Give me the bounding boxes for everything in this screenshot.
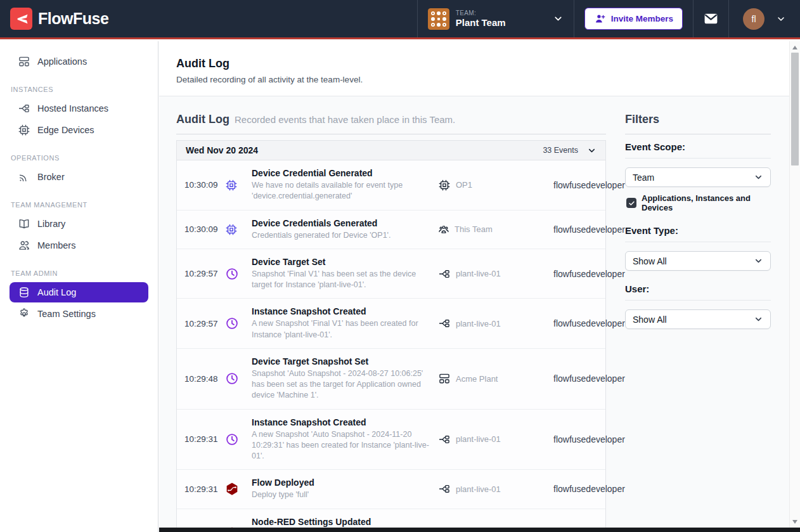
chevron-down-icon xyxy=(553,13,564,24)
invite-members-button[interactable]: Invite Members xyxy=(584,8,683,30)
clock-icon xyxy=(225,316,239,330)
user-filter-value: Show All xyxy=(633,315,667,325)
event-scope: plant-live-01 xyxy=(438,483,553,495)
event-description: Credentials generated for Device 'OP1'. xyxy=(252,230,430,241)
sidebar-item-audit-log[interactable]: Audit Log xyxy=(10,282,148,302)
group-date: Wed Nov 20 2024 xyxy=(186,145,258,155)
top-navbar: FlowFuse TEAM xyxy=(0,0,800,39)
event-time: 10:29:31 xyxy=(184,434,225,444)
clock-icon xyxy=(225,267,239,281)
filter-label-user: User: xyxy=(625,283,771,301)
database-icon xyxy=(18,286,30,299)
event-scope: OP1 xyxy=(438,179,553,191)
brand-name: FlowFuse xyxy=(38,10,108,28)
applications-icon xyxy=(18,55,30,68)
audit-date-group-header[interactable]: Wed Nov 20 2024 33 Events xyxy=(177,141,605,160)
scope-include-checkbox-row[interactable]: Applications, Instances and Devices xyxy=(626,193,771,212)
filter-label-event-type: Event Type: xyxy=(625,225,771,242)
flowfuse-logo-icon xyxy=(10,8,32,30)
audit-table: Wed Nov 20 2024 33 Events 10:30:09 Devic… xyxy=(176,140,606,532)
sidebar-section-label: TEAM MANAGEMENT xyxy=(11,201,158,209)
navbar-right: TEAM: Plant Team Invite Members xyxy=(417,0,800,37)
clock-icon xyxy=(225,432,239,446)
sidebar-item-members[interactable]: Members xyxy=(0,235,158,256)
sidebar-item-library[interactable]: Library xyxy=(0,214,158,234)
team-name: Plant Team xyxy=(456,17,506,28)
team-icon xyxy=(438,224,449,235)
sidebar-item-hosted-instances[interactable]: Hosted Instances xyxy=(0,98,158,119)
page-title: Audit Log xyxy=(176,57,789,70)
vertical-scrollbar[interactable] xyxy=(789,41,800,532)
event-scope-label: plant-live-01 xyxy=(456,434,501,444)
event-title: Node-RED Settings Updated xyxy=(252,517,430,527)
sidebar-item-label: Library xyxy=(37,219,65,229)
user-select[interactable]: Show All xyxy=(625,309,771,329)
sidebar-item-label: Edge Devices xyxy=(37,125,94,135)
sidebar-item-label: Audit Log xyxy=(37,287,76,297)
scroll-down-arrow-icon[interactable] xyxy=(792,520,797,524)
brand[interactable]: FlowFuse xyxy=(0,0,119,37)
team-selector[interactable]: TEAM: Plant Team xyxy=(417,0,574,37)
group-event-count: 33 Events xyxy=(543,146,578,155)
filters-panel: Filters Event Scope: Team Applications, … xyxy=(625,113,771,532)
audit-event-row[interactable]: 10:29:31 Instance Snapshot Created A new… xyxy=(177,410,605,470)
audit-event-row[interactable]: 10:29:57 Instance Snapshot Created A new… xyxy=(177,299,605,349)
audit-event-row[interactable]: 10:30:09 Device Credential Generated We … xyxy=(177,160,605,211)
user-menu[interactable]: fl xyxy=(728,0,800,37)
audit-event-row[interactable]: 10:29:31 Flow Deployed Deploy type 'full… xyxy=(177,470,605,509)
sidebar-item-edge-devices[interactable]: Edge Devices xyxy=(0,120,158,140)
event-scope-label: plant-live-01 xyxy=(456,319,501,328)
event-title: Flow Deployed xyxy=(252,477,430,488)
broker-icon xyxy=(18,171,30,183)
cpu-chip-icon xyxy=(438,179,451,191)
cpu-chip-icon xyxy=(225,179,238,191)
viewport-bottom-edge xyxy=(159,528,800,532)
event-scope-label: OP1 xyxy=(456,180,472,190)
user-add-icon xyxy=(594,13,606,25)
scroll-up-arrow-icon[interactable] xyxy=(792,46,797,49)
invite-members-label: Invite Members xyxy=(611,14,673,23)
event-description: A new Snapshot 'Auto Snapshot - 2024-11-… xyxy=(252,429,430,462)
sidebar-section-label: OPERATIONS xyxy=(11,154,158,162)
checkbox-label: Applications, Instances and Devices xyxy=(642,193,771,212)
audit-event-row[interactable]: 10:30:09 Device Credentials Generated Cr… xyxy=(177,211,605,249)
event-scope-label: plant-live-01 xyxy=(456,484,501,494)
event-time: 10:29:57 xyxy=(184,269,225,278)
event-description: A new Snapshot 'Final V1' has been creat… xyxy=(252,318,430,341)
event-description: Snapshot 'Auto Snapshot - 2024-08-27 10:… xyxy=(252,368,430,401)
event-scope-select[interactable]: Team xyxy=(625,167,771,187)
pipeline-icon xyxy=(438,433,451,446)
event-scope: plant-live-01 xyxy=(438,268,553,280)
event-title: Device Target Snapshot Set xyxy=(252,356,430,367)
gear-icon xyxy=(18,308,30,320)
event-title: Instance Snapshot Created xyxy=(252,306,430,316)
checkbox-checked-icon[interactable] xyxy=(626,198,636,208)
applications-icon xyxy=(438,372,451,385)
event-type-select[interactable]: Show All xyxy=(625,251,771,271)
event-time: 10:29:31 xyxy=(184,484,225,494)
event-time: 10:29:57 xyxy=(184,319,225,328)
event-scope: plant-live-01 xyxy=(438,317,553,330)
notifications-button[interactable] xyxy=(693,0,728,37)
filters-title: Filters xyxy=(625,113,659,126)
sidebar-item-label: Hosted Instances xyxy=(37,103,108,114)
event-title: Device Target Set xyxy=(252,257,430,267)
sidebar-item-applications[interactable]: Applications xyxy=(0,51,158,72)
event-description: We have no details available for event t… xyxy=(252,180,430,202)
sidebar-item-broker[interactable]: Broker xyxy=(0,167,158,187)
event-user: flowfusedeveloper xyxy=(553,224,625,235)
audit-event-row[interactable]: 10:29:57 Device Target Set Snapshot 'Fin… xyxy=(177,249,605,299)
page-header: Audit Log Detailed recording of all acti… xyxy=(159,41,789,96)
event-title: Device Credential Generated xyxy=(252,168,430,178)
event-time: 10:30:09 xyxy=(184,180,225,190)
user-avatar: fl xyxy=(743,8,765,30)
event-scope-value: Team xyxy=(633,172,654,183)
clock-icon xyxy=(225,372,239,386)
team-label: TEAM: xyxy=(456,10,506,17)
audit-event-row[interactable]: 10:29:48 Device Target Snapshot Set Snap… xyxy=(177,349,605,410)
sidebar-item-team-settings[interactable]: Team Settings xyxy=(0,304,158,324)
scrollbar-thumb[interactable] xyxy=(791,53,799,165)
sidebar-section-label: INSTANCES xyxy=(11,86,158,93)
node-red-icon xyxy=(225,482,239,496)
pipeline-icon xyxy=(438,268,451,280)
